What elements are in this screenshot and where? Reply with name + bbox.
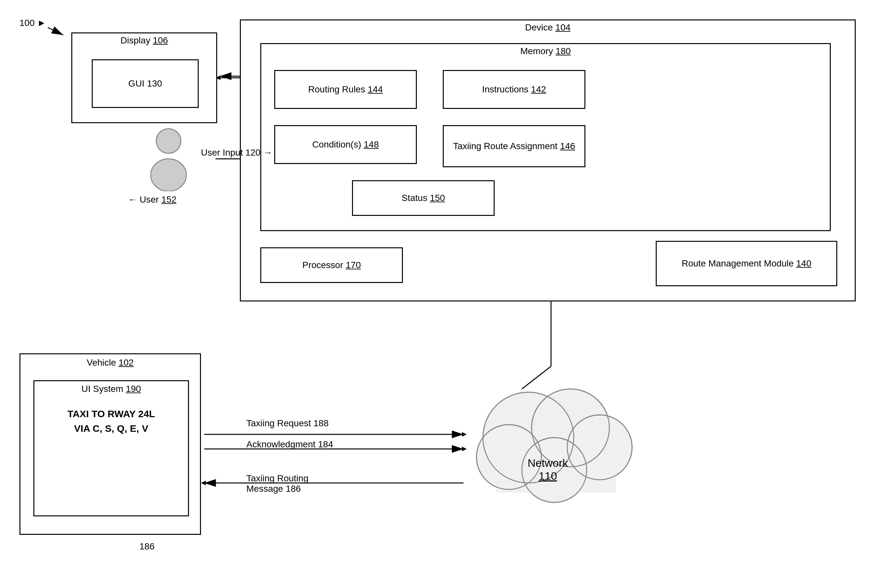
svg-text:Network: Network	[528, 457, 569, 469]
user-input-label: User Input 120 →	[201, 147, 272, 158]
svg-point-20	[156, 129, 181, 153]
taxi-text: TAXI TO RWAY 24L VIA C, S, Q, E, V	[34, 406, 188, 436]
memory-box: Memory 180 Routing Rules 144 Instruction…	[260, 43, 831, 231]
display-box: Display 106 GUI 130	[71, 32, 217, 123]
user-label: ← User 152	[128, 195, 176, 205]
routing-rules-box: Routing Rules 144	[274, 70, 417, 109]
diagram-label: 100 ►	[19, 18, 46, 28]
taxiing-routing-msg-label: Taxiing Routing Message 186	[246, 473, 308, 494]
gui-label: GUI 130	[128, 78, 162, 89]
gui-box: GUI 130	[92, 59, 199, 108]
msg-ref-label: 186	[139, 542, 154, 552]
network-cloud: Network 110	[463, 373, 658, 510]
ui-system-box: UI System 190 TAXI TO RWAY 24L VIA C, S,…	[33, 380, 189, 516]
svg-point-21	[151, 159, 186, 191]
route-mgmt-box: Route Management Module 140	[656, 241, 837, 286]
taxiing-route-box: Taxiing Route Assignment 146	[443, 125, 585, 167]
vehicle-box: Vehicle 102 UI System 190 TAXI TO RWAY 2…	[19, 353, 201, 535]
conditions-box: Condition(s) 148	[274, 125, 417, 164]
acknowledgment-label: Acknowledgment 184	[246, 439, 333, 450]
status-box: Status 150	[352, 180, 494, 216]
device-title: Device 104	[241, 20, 855, 34]
svg-line-5	[48, 27, 63, 35]
memory-title: Memory 180	[261, 44, 830, 58]
ui-system-title: UI System 190	[34, 381, 188, 397]
display-title: Display 106	[72, 33, 216, 48]
device-box: Device 104 Memory 180 Routing Rules 144 …	[240, 20, 856, 302]
vehicle-title: Vehicle 102	[20, 354, 200, 371]
taxiing-request-label: Taxiing Request 188	[246, 418, 329, 429]
svg-text:110: 110	[539, 470, 557, 482]
svg-marker-18	[201, 481, 206, 485]
user-figure	[142, 126, 195, 192]
processor-box: Processor 170	[260, 248, 403, 283]
instructions-box: Instructions 142	[443, 70, 585, 109]
